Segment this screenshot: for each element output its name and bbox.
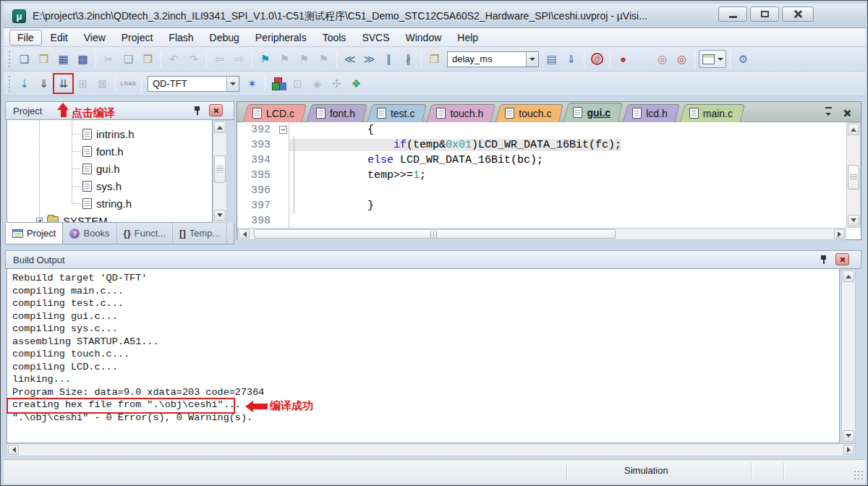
code-line[interactable]: 397 }	[237, 198, 846, 213]
target-select-combo-dropdown[interactable]	[226, 77, 239, 91]
project-tree[interactable]: intrins.hfont.hgui.hsys.hstring.hSYSTEM	[7, 120, 213, 223]
code-editor-surface[interactable]: 392 {393 if(temp&0x01)LCD_WR_DATA_16Bit(…	[237, 122, 846, 228]
editor-horizontal-scrollbar[interactable]	[237, 228, 846, 240]
editor-vertical-scrollbar[interactable]	[846, 122, 861, 228]
close-button[interactable]	[782, 7, 814, 22]
tab-lcd.h[interactable]: lcd.h	[623, 104, 680, 122]
code-line[interactable]: 392 {	[237, 122, 846, 137]
open-folder-icon[interactable]: ❐	[35, 50, 53, 68]
goto-next-reference-icon[interactable]: ⇓	[562, 50, 580, 68]
scroll-up-button[interactable]	[848, 124, 859, 135]
menu-edit[interactable]: Edit	[43, 30, 75, 45]
code-line[interactable]: 395 temp>>=1;	[237, 168, 846, 183]
scrollbar-thumb[interactable]	[848, 165, 859, 189]
tree-item-font.h[interactable]: font.h	[72, 142, 124, 160]
unindent-icon[interactable]: ≪	[341, 50, 359, 68]
find-in-files-icon[interactable]: ❐	[425, 50, 443, 68]
tree-item-sys.h[interactable]: sys.h	[72, 177, 122, 195]
build-output-close-button[interactable]	[835, 253, 849, 265]
scroll-left-button[interactable]	[239, 229, 250, 239]
menu-tools[interactable]: Tools	[315, 30, 354, 45]
build-output-vertical-scrollbar[interactable]	[841, 269, 856, 443]
scroll-up-button[interactable]	[214, 122, 226, 133]
scrollbar-thumb[interactable]	[214, 155, 226, 183]
fold-collapse-icon[interactable]	[279, 126, 287, 134]
tab-main.c[interactable]: main.c	[680, 104, 745, 122]
copy-icon[interactable]: ❏	[119, 50, 137, 68]
tab-list-icon[interactable]	[822, 107, 835, 119]
code-line[interactable]: 398	[237, 213, 846, 228]
target-select-combo[interactable]: QD-TFT	[148, 76, 239, 92]
menu-svcs[interactable]: SVCS	[354, 30, 396, 45]
scrollbar-thumb[interactable]	[254, 229, 616, 239]
disable-all-breakpoints-icon[interactable]: ◎	[653, 50, 671, 68]
window-layout-icon[interactable]	[699, 50, 726, 68]
tab-touch.c[interactable]: touch.c	[495, 104, 563, 122]
manage-project-items-icon[interactable]	[269, 74, 287, 93]
tab-close-icon[interactable]	[841, 107, 854, 119]
rebuild-all-target-files-icon[interactable]: ⇊	[54, 74, 72, 93]
tab-LCD.c[interactable]: LCD.c	[243, 104, 307, 122]
scroll-right-button[interactable]	[834, 229, 845, 239]
build-target-icon[interactable]: ⇓	[35, 74, 53, 93]
tree-item-intrins.h[interactable]: intrins.h	[72, 125, 135, 142]
translate-file-icon[interactable]: ⇣	[15, 74, 33, 93]
scroll-left-button[interactable]	[8, 445, 19, 455]
tree-item-string.h[interactable]: string.h	[72, 195, 132, 212]
find-icon[interactable]: @	[588, 50, 606, 68]
toggle-breakpoint-icon[interactable]: ●	[614, 50, 632, 68]
menu-debug[interactable]: Debug	[203, 30, 247, 45]
scroll-up-button[interactable]	[843, 270, 854, 282]
tab-font.h[interactable]: font.h	[307, 104, 367, 122]
paste-icon[interactable]: ❒	[139, 50, 157, 68]
panel-tab-temp[interactable]: []Temp...	[173, 223, 227, 244]
function-search-combo[interactable]: delay_ms	[447, 51, 539, 67]
build-output-log[interactable]: Rebuild target 'QD-TFT'compiling main.c.…	[7, 269, 840, 443]
enabled-breakpoint-icon[interactable]: ●	[634, 50, 652, 68]
tab-touch.h[interactable]: touch.h	[427, 104, 495, 122]
code-line[interactable]: 396	[237, 183, 846, 198]
configure-tools-icon[interactable]: ⚙	[734, 50, 752, 68]
panel-tab-books[interactable]: ?Books	[63, 223, 116, 244]
scroll-down-button[interactable]	[843, 430, 854, 442]
new-file-icon[interactable]: ❏	[15, 50, 33, 68]
code-line[interactable]: 393 if(temp&0x01)LCD_WR_DATA_16Bit(fc);	[237, 137, 846, 153]
uncomment-selection-icon[interactable]: ∦	[399, 50, 417, 68]
save-all-icon[interactable]: ▩	[74, 50, 92, 68]
build-output-horizontal-scrollbar[interactable]	[7, 443, 856, 456]
download-to-flash-icon[interactable]: LOAD	[119, 74, 137, 93]
function-search-combo-dropdown[interactable]	[526, 52, 538, 67]
pin-icon[interactable]	[820, 255, 828, 265]
tree-item-SYSTEM[interactable]: SYSTEM	[36, 212, 108, 223]
scroll-down-button[interactable]	[214, 210, 226, 221]
menu-view[interactable]: View	[77, 30, 113, 45]
maximize-button[interactable]	[750, 7, 779, 22]
toolbar-grip[interactable]	[8, 51, 12, 68]
menu-file[interactable]: File	[9, 30, 42, 46]
code-line[interactable]: 394 else LCD_WR_DATA_16Bit(bc);	[237, 153, 846, 168]
menu-project[interactable]: Project	[114, 30, 161, 45]
project-tree-scrollbar[interactable]	[213, 120, 227, 223]
resize-grip[interactable]	[854, 470, 863, 479]
panel-tab-funct[interactable]: {}Funct...	[117, 223, 173, 244]
search-function-icon[interactable]: ▤	[542, 50, 561, 68]
tab-test.c[interactable]: test.c	[367, 104, 427, 122]
minimize-button[interactable]	[718, 7, 747, 22]
scroll-right-button[interactable]	[843, 445, 854, 455]
expand-icon[interactable]	[36, 218, 43, 223]
menu-help[interactable]: Help	[450, 30, 485, 45]
tree-item-gui.h[interactable]: gui.h	[72, 160, 120, 177]
pack-installer-icon[interactable]: ❖	[347, 74, 365, 93]
tab-gui.c[interactable]: gui.c	[563, 103, 623, 122]
menu-window[interactable]: Window	[399, 30, 449, 45]
options-for-target-icon[interactable]: ✶	[243, 74, 261, 93]
menu-peripherals[interactable]: Peripherals	[248, 30, 314, 45]
kill-all-breakpoints-icon[interactable]: ◎	[673, 50, 691, 68]
pin-icon[interactable]	[193, 106, 202, 116]
comment-selection-icon[interactable]: ∥	[380, 50, 398, 68]
indent-icon[interactable]: ≫	[360, 50, 378, 68]
project-panel-close-button[interactable]	[209, 104, 223, 116]
scroll-down-button[interactable]	[848, 215, 859, 226]
panel-tab-project[interactable]: Project	[6, 223, 63, 244]
toolbar-grip[interactable]	[8, 75, 12, 93]
